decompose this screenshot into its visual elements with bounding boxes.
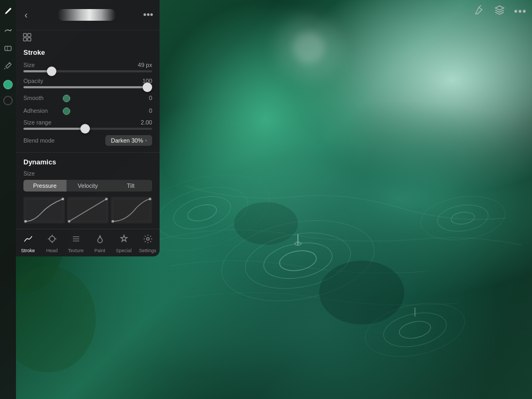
size-range-value: 2.00 (133, 119, 152, 126)
adhesion-label: Adhesion (23, 107, 61, 114)
dynamics-section-title: Dynamics (23, 158, 152, 166)
smooth-value: 0 (133, 95, 152, 101)
svg-line-27 (479, 5, 481, 7)
size-range-slider-row: Size range 2.00 (23, 119, 152, 130)
svg-point-13 (398, 319, 433, 341)
layers-top-icon[interactable] (494, 4, 505, 19)
svg-line-26 (4, 68, 5, 69)
eyedropper-tool-icon[interactable] (2, 60, 14, 71)
svg-point-6 (186, 202, 218, 224)
texture-tab-label: Texture (68, 248, 84, 253)
texture-tab-icon (71, 234, 81, 247)
svg-point-18 (293, 32, 325, 64)
more-top-icon[interactable]: ••• (514, 5, 527, 18)
svg-rect-29 (28, 34, 31, 37)
stroke-tab-icon (23, 234, 34, 247)
settings-tab-icon (143, 234, 153, 247)
panel-view-toggle-icon[interactable] (22, 32, 32, 44)
pressure-button[interactable]: Pressure (23, 180, 66, 192)
smooth-dot[interactable] (63, 95, 70, 102)
size-slider-row: Size 49 px (23, 62, 152, 72)
pen-tool-top-icon[interactable] (473, 4, 485, 19)
smooth-label: Smooth (23, 95, 61, 101)
blend-mode-button[interactable]: Darken 30% › (105, 135, 152, 146)
secondary-color-swatch[interactable] (3, 96, 13, 105)
tab-settings[interactable]: Settings (136, 232, 160, 254)
pencil-tool-icon[interactable] (2, 5, 14, 17)
special-tab-label: Special (116, 248, 132, 253)
dynamics-buttons-group: Pressure Velocity Tilt (23, 180, 152, 192)
section-divider (16, 152, 160, 153)
opacity-slider[interactable] (23, 86, 152, 88)
brush-preview (35, 5, 138, 24)
pressure-curve-chart[interactable] (23, 197, 65, 223)
adhesion-dot[interactable] (63, 107, 70, 115)
adhesion-row: Adhesion 0 (23, 106, 152, 115)
tab-texture[interactable]: Texture (64, 232, 88, 254)
svg-point-53 (49, 236, 55, 242)
svg-point-12 (418, 191, 508, 245)
stroke-section: Stroke Size 49 px Opacity 100 (16, 45, 160, 151)
svg-point-7 (170, 191, 235, 235)
blend-mode-value: Darken 30% (111, 137, 143, 144)
svg-rect-30 (23, 38, 27, 41)
stroke-tab-label: Stroke (21, 248, 35, 253)
svg-point-22 (319, 261, 404, 325)
top-right-toolbar: ••• (473, 4, 527, 19)
tab-paint[interactable]: Paint (88, 232, 112, 254)
panel-header: ‹ ••• (16, 0, 160, 30)
svg-point-8 (151, 178, 254, 248)
tab-head[interactable]: Head (40, 232, 64, 254)
settings-tab-label: Settings (139, 248, 156, 253)
size-range-label: Size range (23, 119, 61, 126)
svg-rect-31 (28, 38, 31, 41)
adhesion-value: 0 (133, 107, 152, 114)
left-toolbar (0, 0, 16, 399)
smudge-tool-icon[interactable] (2, 23, 14, 35)
brush-settings-panel: ‹ ••• Stroke Size 49 px Opacity (16, 0, 160, 256)
curves-row (23, 197, 152, 223)
blend-mode-row: Blend mode Darken 30% › (23, 135, 152, 146)
svg-point-23 (234, 202, 298, 245)
svg-point-57 (146, 238, 149, 240)
smooth-row: Smooth 0 (23, 94, 152, 102)
head-tab-label: Head (46, 248, 58, 253)
tab-special[interactable]: Special (112, 232, 136, 254)
svg-rect-24 (5, 46, 11, 51)
size-range-slider[interactable] (23, 128, 152, 130)
dynamics-section: Dynamics Size Pressure Velocity Tilt (16, 154, 160, 229)
velocity-curve-chart[interactable] (67, 197, 109, 223)
dynamics-size-label: Size (23, 170, 152, 177)
size-slider[interactable] (23, 70, 152, 72)
stroke-section-title: Stroke (23, 48, 152, 56)
primary-color-swatch[interactable] (3, 80, 13, 89)
eraser-tool-icon[interactable] (2, 41, 14, 53)
svg-rect-28 (23, 34, 27, 37)
paint-tab-icon (95, 234, 105, 247)
bottom-tabs: Stroke Head Texture Paint Special (16, 229, 160, 256)
tab-stroke[interactable]: Stroke (16, 232, 40, 254)
blend-mode-label: Blend mode (23, 137, 55, 144)
size-value: 49 px (133, 62, 152, 68)
brush-stroke-preview-image (57, 9, 116, 21)
velocity-button[interactable]: Velocity (66, 180, 110, 192)
back-button[interactable]: ‹ (22, 9, 30, 22)
opacity-slider-row: Opacity 100 (23, 78, 152, 88)
special-tab-icon (119, 234, 129, 247)
tilt-button[interactable]: Tilt (109, 180, 152, 192)
paint-tab-label: Paint (94, 248, 105, 253)
tilt-curve-chart[interactable] (111, 197, 152, 223)
panel-more-button[interactable]: ••• (143, 10, 153, 21)
size-label: Size (23, 62, 61, 68)
svg-point-0 (278, 248, 318, 273)
svg-point-1 (261, 238, 335, 284)
opacity-label: Opacity (23, 78, 61, 84)
svg-point-11 (436, 202, 490, 235)
head-tab-icon (47, 234, 57, 247)
